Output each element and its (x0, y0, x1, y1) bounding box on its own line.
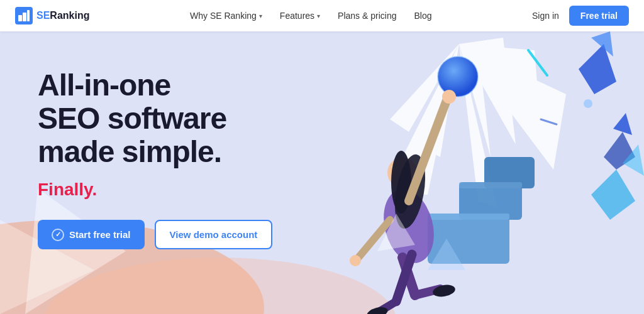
hero-tagline: Finally. (38, 180, 302, 200)
sign-in-link[interactable]: Sign in (532, 11, 559, 21)
svg-rect-22 (428, 214, 509, 220)
nav-plans-pricing[interactable]: Plans & pricing (338, 11, 396, 21)
svg-rect-23 (459, 182, 522, 188)
start-free-trial-button[interactable]: ✓ Start free trial (38, 220, 145, 249)
svg-rect-2 (27, 10, 30, 21)
hero-buttons: ✓ Start free trial View demo account (38, 220, 302, 249)
svg-point-34 (442, 90, 456, 104)
logo-text: SERanking (36, 10, 89, 21)
navbar: SERanking Why SE Ranking ▾ Features ▾ Pl… (0, 0, 644, 31)
logo[interactable]: SERanking (15, 7, 89, 24)
nav-features[interactable]: Features ▾ (280, 11, 320, 21)
svg-point-36 (350, 255, 361, 266)
svg-rect-1 (23, 13, 26, 21)
logo-icon (15, 7, 33, 24)
check-icon: ✓ (52, 229, 64, 241)
nav-links: Why SE Ranking ▾ Features ▾ Plans & pric… (190, 11, 432, 21)
svg-rect-0 (18, 15, 22, 21)
nav-actions: Sign in Free trial (532, 6, 629, 26)
nav-why-se-ranking[interactable]: Why SE Ranking ▾ (190, 11, 262, 21)
free-trial-button[interactable]: Free trial (569, 6, 629, 26)
svg-point-27 (584, 99, 592, 108)
view-demo-button[interactable]: View demo account (155, 220, 273, 249)
chevron-down-icon: ▾ (317, 13, 320, 19)
hero-content: All-in-one SEO software made simple. Fin… (38, 69, 302, 249)
nav-blog[interactable]: Blog (414, 11, 431, 21)
hero-headline: All-in-one SEO software made simple. (38, 69, 302, 168)
chevron-down-icon: ▾ (259, 13, 262, 19)
hero-section: All-in-one SEO software made simple. Fin… (0, 31, 644, 314)
